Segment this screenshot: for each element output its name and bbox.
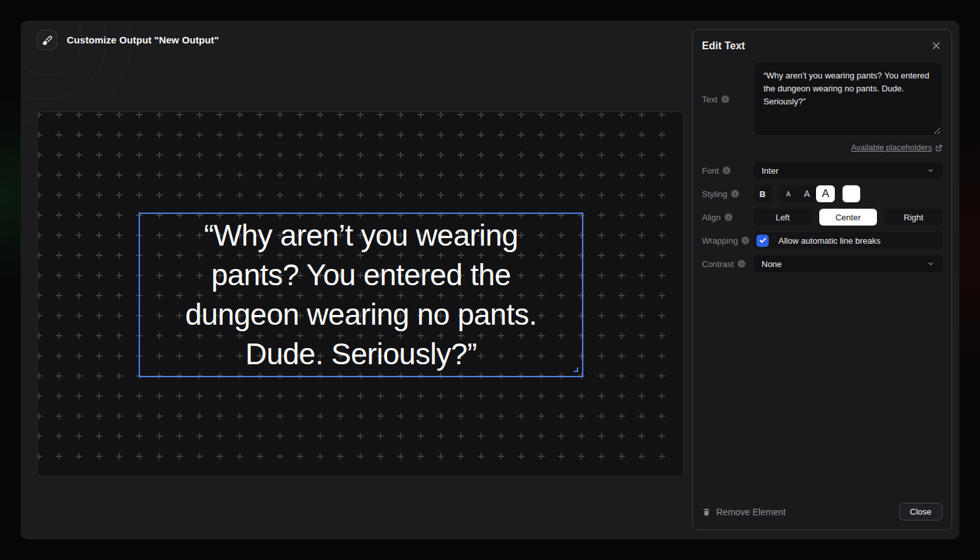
chevron-down-icon	[927, 260, 935, 268]
trash-icon	[702, 508, 711, 517]
info-icon: i	[741, 237, 749, 244]
line-breaks-checkbox[interactable]	[756, 235, 769, 247]
font-size-small-button[interactable]: A	[779, 185, 798, 202]
bold-toggle-button[interactable]: B	[754, 185, 771, 202]
modal-header: Customize Output "New Output"	[37, 30, 219, 50]
text-element-selection[interactable]: “Why aren’t you wearing pants? You enter…	[139, 213, 583, 377]
canvas-text-line: pants? You entered the	[211, 255, 511, 295]
font-size-segmented-control: A A A	[779, 185, 835, 202]
info-icon: i	[738, 260, 745, 268]
canvas-text-line: “Why aren’t you wearing	[204, 216, 518, 255]
styling-field-row: Styling i B A A A	[702, 185, 942, 202]
panel-header: Edit Text	[693, 30, 951, 52]
remove-element-button[interactable]: Remove Element	[702, 507, 786, 517]
placeholders-row: Available placeholders	[702, 141, 942, 153]
font-size-large-button[interactable]: A	[816, 185, 835, 202]
edit-text-panel: Edit Text Text i “Why aren’t you wearing…	[692, 29, 952, 530]
text-color-swatch[interactable]	[843, 185, 860, 202]
align-left-button[interactable]: Left	[754, 209, 811, 226]
output-canvas[interactable]: “Why aren’t you wearing pants? You enter…	[37, 111, 684, 477]
font-field-row: Font i Inter	[702, 162, 942, 179]
available-placeholders-link[interactable]: Available placeholders	[851, 143, 942, 152]
font-size-medium-button[interactable]: A	[798, 185, 817, 202]
brush-icon-button	[37, 30, 57, 50]
canvas-text-line: Dude. Seriously?”	[245, 334, 476, 374]
info-icon: i	[731, 190, 739, 198]
brush-icon	[42, 35, 52, 45]
panel-body: Text i “Why aren’t you wearing pants? Yo…	[693, 62, 951, 272]
check-icon	[759, 237, 767, 244]
close-icon[interactable]	[930, 40, 942, 52]
info-icon: i	[721, 95, 729, 103]
page-title: Customize Output "New Output"	[67, 34, 219, 45]
align-field-label: Align i	[702, 213, 754, 222]
selection-resize-handle[interactable]	[574, 368, 578, 372]
font-select-value: Inter	[762, 166, 778, 176]
align-center-button[interactable]: Center	[819, 209, 877, 226]
panel-footer: Remove Element Close	[702, 503, 942, 520]
chevron-down-icon	[927, 167, 935, 174]
align-right-button[interactable]: Right	[885, 209, 942, 226]
line-breaks-label: Allow automatic line breaks	[778, 236, 881, 246]
styling-field-label: Styling i	[702, 189, 754, 199]
contrast-field-row: Contrast i None	[702, 255, 942, 272]
wrapping-field-label: Wrapping i	[702, 236, 754, 246]
text-field-label: Text i	[702, 95, 754, 104]
font-select[interactable]: Inter	[754, 162, 942, 179]
contrast-select[interactable]: None	[754, 255, 942, 272]
close-button[interactable]: Close	[899, 503, 942, 520]
panel-title: Edit Text	[702, 40, 745, 52]
text-value-input[interactable]: “Why aren’t you wearing pants? You enter…	[754, 62, 942, 136]
info-icon: i	[723, 167, 730, 174]
contrast-field-label: Contrast i	[702, 259, 754, 269]
font-field-label: Font i	[702, 166, 754, 176]
external-link-icon	[935, 145, 942, 152]
align-field-row: Align i Left Center Right	[702, 209, 942, 226]
canvas-text-line: dungeon wearing no pants.	[185, 295, 537, 334]
info-icon: i	[725, 213, 732, 221]
wrapping-control: Allow automatic line breaks	[754, 232, 942, 249]
text-field-row: Text i “Why aren’t you wearing pants? Yo…	[702, 62, 942, 136]
customize-output-modal: Customize Output "New Output" “Why aren’…	[21, 21, 959, 539]
wrapping-field-row: Wrapping i Allow automatic line breaks	[702, 232, 942, 249]
contrast-select-value: None	[762, 259, 782, 269]
